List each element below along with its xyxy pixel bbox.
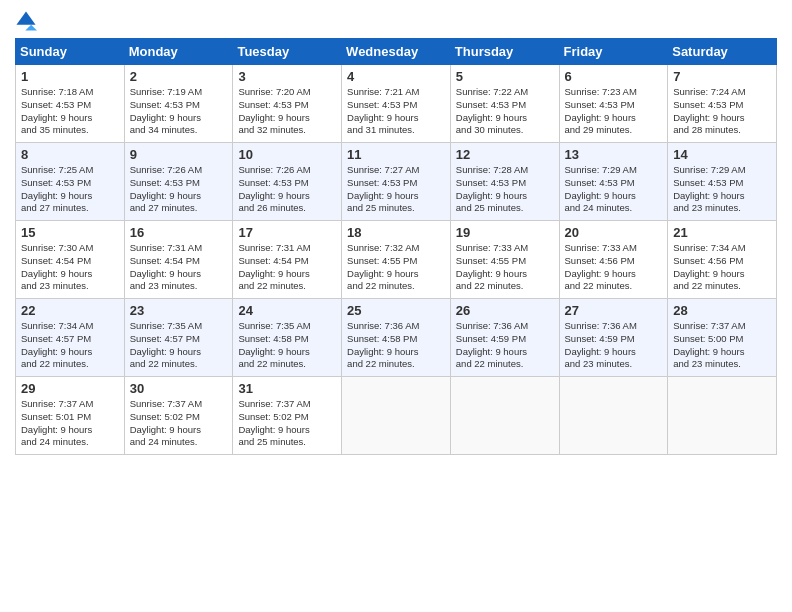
empty-cell bbox=[342, 377, 451, 455]
day-number: 29 bbox=[21, 381, 119, 396]
day-number: 25 bbox=[347, 303, 445, 318]
day-detail: Sunrise: 7:23 AMSunset: 4:53 PMDaylight:… bbox=[565, 86, 663, 137]
day-cell-24: 24Sunrise: 7:35 AMSunset: 4:58 PMDayligh… bbox=[233, 299, 342, 377]
day-cell-20: 20Sunrise: 7:33 AMSunset: 4:56 PMDayligh… bbox=[559, 221, 668, 299]
empty-cell bbox=[450, 377, 559, 455]
day-cell-17: 17Sunrise: 7:31 AMSunset: 4:54 PMDayligh… bbox=[233, 221, 342, 299]
calendar-header: SundayMondayTuesdayWednesdayThursdayFrid… bbox=[16, 39, 777, 65]
day-detail: Sunrise: 7:37 AMSunset: 5:02 PMDaylight:… bbox=[238, 398, 336, 449]
day-number: 17 bbox=[238, 225, 336, 240]
day-detail: Sunrise: 7:36 AMSunset: 4:59 PMDaylight:… bbox=[456, 320, 554, 371]
header-cell-wednesday: Wednesday bbox=[342, 39, 451, 65]
day-cell-22: 22Sunrise: 7:34 AMSunset: 4:57 PMDayligh… bbox=[16, 299, 125, 377]
day-cell-27: 27Sunrise: 7:36 AMSunset: 4:59 PMDayligh… bbox=[559, 299, 668, 377]
logo-icon bbox=[15, 10, 37, 32]
day-number: 2 bbox=[130, 69, 228, 84]
day-cell-16: 16Sunrise: 7:31 AMSunset: 4:54 PMDayligh… bbox=[124, 221, 233, 299]
day-cell-31: 31Sunrise: 7:37 AMSunset: 5:02 PMDayligh… bbox=[233, 377, 342, 455]
day-detail: Sunrise: 7:33 AMSunset: 4:56 PMDaylight:… bbox=[565, 242, 663, 293]
day-cell-13: 13Sunrise: 7:29 AMSunset: 4:53 PMDayligh… bbox=[559, 143, 668, 221]
day-number: 18 bbox=[347, 225, 445, 240]
day-cell-9: 9Sunrise: 7:26 AMSunset: 4:53 PMDaylight… bbox=[124, 143, 233, 221]
header-row: SundayMondayTuesdayWednesdayThursdayFrid… bbox=[16, 39, 777, 65]
day-number: 24 bbox=[238, 303, 336, 318]
day-cell-3: 3Sunrise: 7:20 AMSunset: 4:53 PMDaylight… bbox=[233, 65, 342, 143]
day-cell-21: 21Sunrise: 7:34 AMSunset: 4:56 PMDayligh… bbox=[668, 221, 777, 299]
day-cell-28: 28Sunrise: 7:37 AMSunset: 5:00 PMDayligh… bbox=[668, 299, 777, 377]
day-number: 19 bbox=[456, 225, 554, 240]
day-detail: Sunrise: 7:33 AMSunset: 4:55 PMDaylight:… bbox=[456, 242, 554, 293]
day-number: 11 bbox=[347, 147, 445, 162]
day-cell-19: 19Sunrise: 7:33 AMSunset: 4:55 PMDayligh… bbox=[450, 221, 559, 299]
day-number: 31 bbox=[238, 381, 336, 396]
day-detail: Sunrise: 7:36 AMSunset: 4:59 PMDaylight:… bbox=[565, 320, 663, 371]
svg-marker-0 bbox=[16, 11, 35, 24]
day-number: 27 bbox=[565, 303, 663, 318]
day-cell-12: 12Sunrise: 7:28 AMSunset: 4:53 PMDayligh… bbox=[450, 143, 559, 221]
day-detail: Sunrise: 7:35 AMSunset: 4:57 PMDaylight:… bbox=[130, 320, 228, 371]
empty-cell bbox=[668, 377, 777, 455]
header-cell-thursday: Thursday bbox=[450, 39, 559, 65]
day-cell-8: 8Sunrise: 7:25 AMSunset: 4:53 PMDaylight… bbox=[16, 143, 125, 221]
day-number: 22 bbox=[21, 303, 119, 318]
day-cell-7: 7Sunrise: 7:24 AMSunset: 4:53 PMDaylight… bbox=[668, 65, 777, 143]
day-cell-26: 26Sunrise: 7:36 AMSunset: 4:59 PMDayligh… bbox=[450, 299, 559, 377]
day-cell-15: 15Sunrise: 7:30 AMSunset: 4:54 PMDayligh… bbox=[16, 221, 125, 299]
day-cell-11: 11Sunrise: 7:27 AMSunset: 4:53 PMDayligh… bbox=[342, 143, 451, 221]
day-cell-18: 18Sunrise: 7:32 AMSunset: 4:55 PMDayligh… bbox=[342, 221, 451, 299]
day-number: 12 bbox=[456, 147, 554, 162]
day-cell-5: 5Sunrise: 7:22 AMSunset: 4:53 PMDaylight… bbox=[450, 65, 559, 143]
day-cell-30: 30Sunrise: 7:37 AMSunset: 5:02 PMDayligh… bbox=[124, 377, 233, 455]
day-detail: Sunrise: 7:27 AMSunset: 4:53 PMDaylight:… bbox=[347, 164, 445, 215]
week-row-4: 22Sunrise: 7:34 AMSunset: 4:57 PMDayligh… bbox=[16, 299, 777, 377]
day-detail: Sunrise: 7:37 AMSunset: 5:02 PMDaylight:… bbox=[130, 398, 228, 449]
day-detail: Sunrise: 7:22 AMSunset: 4:53 PMDaylight:… bbox=[456, 86, 554, 137]
day-detail: Sunrise: 7:34 AMSunset: 4:57 PMDaylight:… bbox=[21, 320, 119, 371]
header bbox=[15, 10, 777, 32]
header-cell-sunday: Sunday bbox=[16, 39, 125, 65]
day-cell-23: 23Sunrise: 7:35 AMSunset: 4:57 PMDayligh… bbox=[124, 299, 233, 377]
day-detail: Sunrise: 7:18 AMSunset: 4:53 PMDaylight:… bbox=[21, 86, 119, 137]
day-number: 16 bbox=[130, 225, 228, 240]
day-detail: Sunrise: 7:24 AMSunset: 4:53 PMDaylight:… bbox=[673, 86, 771, 137]
day-cell-10: 10Sunrise: 7:26 AMSunset: 4:53 PMDayligh… bbox=[233, 143, 342, 221]
day-number: 23 bbox=[130, 303, 228, 318]
day-cell-25: 25Sunrise: 7:36 AMSunset: 4:58 PMDayligh… bbox=[342, 299, 451, 377]
day-detail: Sunrise: 7:29 AMSunset: 4:53 PMDaylight:… bbox=[673, 164, 771, 215]
day-number: 4 bbox=[347, 69, 445, 84]
calendar-table: SundayMondayTuesdayWednesdayThursdayFrid… bbox=[15, 38, 777, 455]
day-number: 14 bbox=[673, 147, 771, 162]
header-cell-tuesday: Tuesday bbox=[233, 39, 342, 65]
week-row-5: 29Sunrise: 7:37 AMSunset: 5:01 PMDayligh… bbox=[16, 377, 777, 455]
day-number: 6 bbox=[565, 69, 663, 84]
day-detail: Sunrise: 7:19 AMSunset: 4:53 PMDaylight:… bbox=[130, 86, 228, 137]
day-detail: Sunrise: 7:31 AMSunset: 4:54 PMDaylight:… bbox=[130, 242, 228, 293]
day-number: 21 bbox=[673, 225, 771, 240]
day-cell-2: 2Sunrise: 7:19 AMSunset: 4:53 PMDaylight… bbox=[124, 65, 233, 143]
week-row-3: 15Sunrise: 7:30 AMSunset: 4:54 PMDayligh… bbox=[16, 221, 777, 299]
empty-cell bbox=[559, 377, 668, 455]
day-cell-4: 4Sunrise: 7:21 AMSunset: 4:53 PMDaylight… bbox=[342, 65, 451, 143]
day-detail: Sunrise: 7:37 AMSunset: 5:00 PMDaylight:… bbox=[673, 320, 771, 371]
calendar-body: 1Sunrise: 7:18 AMSunset: 4:53 PMDaylight… bbox=[16, 65, 777, 455]
day-detail: Sunrise: 7:28 AMSunset: 4:53 PMDaylight:… bbox=[456, 164, 554, 215]
day-number: 1 bbox=[21, 69, 119, 84]
day-number: 15 bbox=[21, 225, 119, 240]
day-number: 13 bbox=[565, 147, 663, 162]
day-detail: Sunrise: 7:26 AMSunset: 4:53 PMDaylight:… bbox=[238, 164, 336, 215]
day-number: 8 bbox=[21, 147, 119, 162]
day-number: 5 bbox=[456, 69, 554, 84]
logo bbox=[15, 10, 40, 32]
day-number: 30 bbox=[130, 381, 228, 396]
day-detail: Sunrise: 7:20 AMSunset: 4:53 PMDaylight:… bbox=[238, 86, 336, 137]
day-cell-14: 14Sunrise: 7:29 AMSunset: 4:53 PMDayligh… bbox=[668, 143, 777, 221]
day-detail: Sunrise: 7:37 AMSunset: 5:01 PMDaylight:… bbox=[21, 398, 119, 449]
week-row-1: 1Sunrise: 7:18 AMSunset: 4:53 PMDaylight… bbox=[16, 65, 777, 143]
header-cell-friday: Friday bbox=[559, 39, 668, 65]
day-number: 28 bbox=[673, 303, 771, 318]
day-cell-29: 29Sunrise: 7:37 AMSunset: 5:01 PMDayligh… bbox=[16, 377, 125, 455]
header-cell-saturday: Saturday bbox=[668, 39, 777, 65]
day-cell-6: 6Sunrise: 7:23 AMSunset: 4:53 PMDaylight… bbox=[559, 65, 668, 143]
day-number: 3 bbox=[238, 69, 336, 84]
day-detail: Sunrise: 7:31 AMSunset: 4:54 PMDaylight:… bbox=[238, 242, 336, 293]
